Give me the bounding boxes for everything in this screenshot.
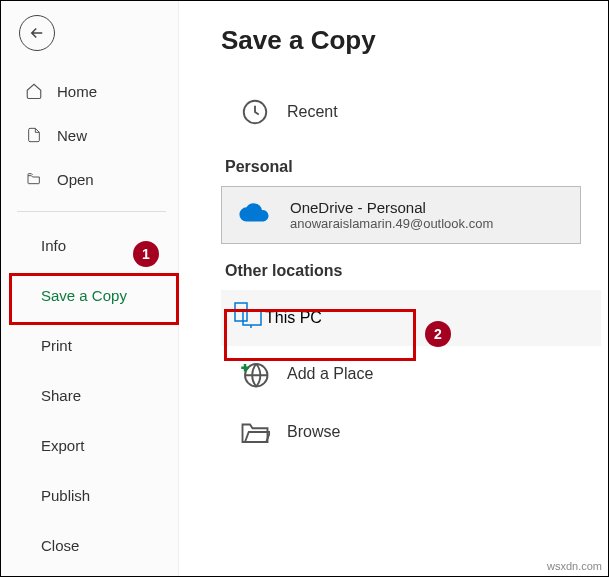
- cloud-icon: [238, 201, 276, 229]
- location-label: Add a Place: [287, 365, 373, 383]
- sub-label: Save a Copy: [41, 287, 127, 304]
- sub-export[interactable]: Export: [17, 420, 166, 470]
- arrow-left-icon: [28, 24, 46, 42]
- sub-close[interactable]: Close: [17, 520, 166, 570]
- sub-label: Print: [41, 337, 72, 354]
- section-personal: Personal: [225, 158, 608, 176]
- sidebar: Home New Open Info Save a Copy Print Sha…: [1, 1, 179, 576]
- location-browse[interactable]: Browse: [221, 404, 608, 460]
- sub-save-a-copy[interactable]: Save a Copy: [17, 270, 166, 320]
- page-title: Save a Copy: [221, 25, 608, 56]
- clock-icon: [233, 97, 277, 127]
- annotation-badge-1: 1: [133, 241, 159, 267]
- sub-share[interactable]: Share: [17, 370, 166, 420]
- location-label: This PC: [265, 309, 322, 327]
- nav-label: Home: [57, 83, 97, 100]
- location-onedrive[interactable]: OneDrive - Personal anowaraislamarin.49@…: [221, 186, 581, 244]
- location-this-pc[interactable]: This PC: [221, 290, 601, 346]
- location-recent[interactable]: Recent: [221, 84, 608, 140]
- sub-label: Close: [41, 537, 79, 554]
- sub-publish[interactable]: Publish: [17, 470, 166, 520]
- onedrive-title: OneDrive - Personal: [290, 199, 493, 216]
- nav-home[interactable]: Home: [1, 69, 178, 113]
- folder-open-icon: [23, 171, 45, 187]
- sub-label: Publish: [41, 487, 90, 504]
- nav-open[interactable]: Open: [1, 157, 178, 201]
- main-panel: Save a Copy Recent Personal OneDrive - P…: [179, 1, 608, 576]
- sub-label: Share: [41, 387, 81, 404]
- nav-new[interactable]: New: [1, 113, 178, 157]
- nav-label: New: [57, 127, 87, 144]
- location-add-place[interactable]: Add a Place: [221, 346, 608, 402]
- watermark: wsxdn.com: [547, 560, 602, 572]
- location-label: Recent: [287, 103, 338, 121]
- globe-plus-icon: [233, 359, 277, 389]
- document-icon: [23, 126, 45, 144]
- sub-label: Info: [41, 237, 66, 254]
- folder-icon: [233, 419, 277, 445]
- back-button[interactable]: [19, 15, 55, 51]
- svg-rect-1: [235, 303, 247, 321]
- svg-rect-2: [243, 311, 261, 325]
- onedrive-email: anowaraislamarin.49@outlook.com: [290, 216, 493, 231]
- nav-label: Open: [57, 171, 94, 188]
- sub-label: Export: [41, 437, 84, 454]
- section-other: Other locations: [225, 262, 608, 280]
- sub-print[interactable]: Print: [17, 320, 166, 370]
- pc-icon: [233, 301, 265, 335]
- annotation-badge-2: 2: [425, 321, 451, 347]
- home-icon: [23, 82, 45, 100]
- location-label: Browse: [287, 423, 340, 441]
